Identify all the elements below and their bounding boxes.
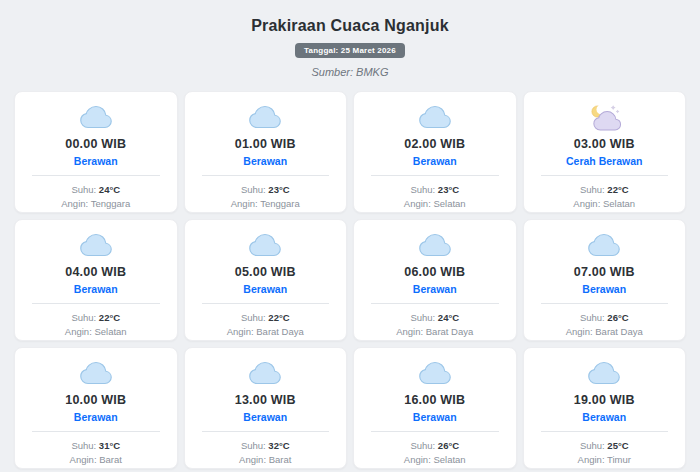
temperature-value: 31°C [99, 440, 120, 451]
temperature-row: Suhu: 22°C [530, 183, 680, 197]
cloud-icon [418, 233, 452, 257]
temperature-row: Suhu: 24°C [21, 183, 171, 197]
wind-value: Barat [269, 454, 292, 465]
temperature-value: 22°C [268, 312, 289, 323]
temperature-value: 23°C [268, 184, 289, 195]
cloud-icon [248, 105, 282, 129]
cloud-icon [418, 105, 452, 129]
weather-icon-wrap [21, 233, 171, 257]
condition-label: Berawan [191, 411, 341, 423]
card-divider [202, 175, 330, 176]
condition-label: Berawan [21, 283, 171, 295]
temperature-label: Suhu: [580, 440, 605, 451]
condition-label: Berawan [530, 283, 680, 295]
time-label: 04.00 WIB [21, 265, 171, 279]
forecast-card: 16.00 WIB Berawan Suhu: 26°C Angin: Sela… [353, 347, 517, 469]
page-header: Prakiraan Cuaca Nganjuk Tanggal: 25 Mare… [0, 0, 700, 78]
wind-row: Angin: Selatan [21, 325, 171, 339]
wind-row: Angin: Timur [530, 453, 680, 467]
wind-label: Angin: [404, 454, 431, 465]
wind-row: Angin: Selatan [530, 197, 680, 211]
weather-icon-wrap [360, 105, 510, 129]
wind-row: Angin: Selatan [360, 453, 510, 467]
time-label: 05.00 WIB [191, 265, 341, 279]
wind-value: Barat Daya [256, 326, 304, 337]
temperature-row: Suhu: 22°C [21, 311, 171, 325]
cloud-icon [79, 361, 113, 385]
wind-label: Angin: [65, 326, 92, 337]
weather-icon-wrap [21, 105, 171, 129]
temperature-value: 25°C [607, 440, 628, 451]
temperature-label: Suhu: [71, 312, 96, 323]
date-badge: Tanggal: 25 Maret 2026 [295, 43, 405, 58]
condition-label: Berawan [530, 411, 680, 423]
time-label: 03.00 WIB [530, 137, 680, 151]
wind-row: Angin: Barat [21, 453, 171, 467]
temperature-label: Suhu: [410, 440, 435, 451]
wind-label: Angin: [573, 198, 600, 209]
card-divider [541, 431, 669, 432]
temperature-value: 24°C [99, 184, 120, 195]
wind-row: Angin: Tenggara [191, 197, 341, 211]
cloud-icon [248, 233, 282, 257]
time-label: 07.00 WIB [530, 265, 680, 279]
condition-label: Berawan [21, 411, 171, 423]
time-label: 00.00 WIB [21, 137, 171, 151]
wind-row: Angin: Barat Daya [360, 325, 510, 339]
temperature-label: Suhu: [580, 312, 605, 323]
cloud-icon [587, 361, 621, 385]
cloud-icon [79, 233, 113, 257]
temperature-row: Suhu: 32°C [191, 439, 341, 453]
temperature-label: Suhu: [71, 184, 96, 195]
wind-label: Angin: [70, 454, 97, 465]
source-label: Sumber: BMKG [0, 66, 700, 78]
weather-icon-wrap [191, 361, 341, 385]
card-divider [202, 431, 330, 432]
wind-value: Barat Daya [426, 326, 474, 337]
wind-row: Angin: Barat Daya [530, 325, 680, 339]
forecast-card: 00.00 WIB Berawan Suhu: 24°C Angin: Teng… [14, 91, 178, 213]
time-label: 13.00 WIB [191, 393, 341, 407]
weather-icon-wrap [360, 233, 510, 257]
card-divider [371, 303, 499, 304]
temperature-row: Suhu: 23°C [360, 183, 510, 197]
wind-value: Selatan [433, 454, 465, 465]
forecast-card: 19.00 WIB Berawan Suhu: 25°C Angin: Timu… [523, 347, 687, 469]
temperature-label: Suhu: [241, 184, 266, 195]
weather-icon-wrap [530, 105, 680, 129]
wind-value: Barat [99, 454, 122, 465]
wind-label: Angin: [396, 326, 423, 337]
condition-label: Cerah Berawan [530, 155, 680, 167]
condition-label: Berawan [360, 411, 510, 423]
card-divider [202, 303, 330, 304]
temperature-value: 22°C [607, 184, 628, 195]
wind-value: Barat Daya [595, 326, 643, 337]
temperature-label: Suhu: [71, 440, 96, 451]
wind-value: Timur [607, 454, 631, 465]
card-divider [541, 175, 669, 176]
temperature-value: 32°C [268, 440, 289, 451]
time-label: 06.00 WIB [360, 265, 510, 279]
temperature-value: 26°C [438, 440, 459, 451]
temperature-label: Suhu: [241, 440, 266, 451]
wind-row: Angin: Selatan [360, 197, 510, 211]
weather-icon-wrap [530, 233, 680, 257]
card-divider [32, 303, 160, 304]
temperature-label: Suhu: [241, 312, 266, 323]
cloud-icon [79, 105, 113, 129]
forecast-card: 07.00 WIB Berawan Suhu: 26°C Angin: Bara… [523, 219, 687, 341]
temperature-row: Suhu: 22°C [191, 311, 341, 325]
time-label: 10.00 WIB [21, 393, 171, 407]
weather-icon-wrap [21, 361, 171, 385]
temperature-value: 24°C [438, 312, 459, 323]
temperature-label: Suhu: [410, 312, 435, 323]
temperature-row: Suhu: 23°C [191, 183, 341, 197]
temperature-label: Suhu: [580, 184, 605, 195]
cloud-icon [418, 361, 452, 385]
wind-label: Angin: [239, 454, 266, 465]
wind-value: Selatan [433, 198, 465, 209]
card-divider [371, 175, 499, 176]
wind-value: Selatan [94, 326, 126, 337]
wind-row: Angin: Barat [191, 453, 341, 467]
card-divider [371, 431, 499, 432]
